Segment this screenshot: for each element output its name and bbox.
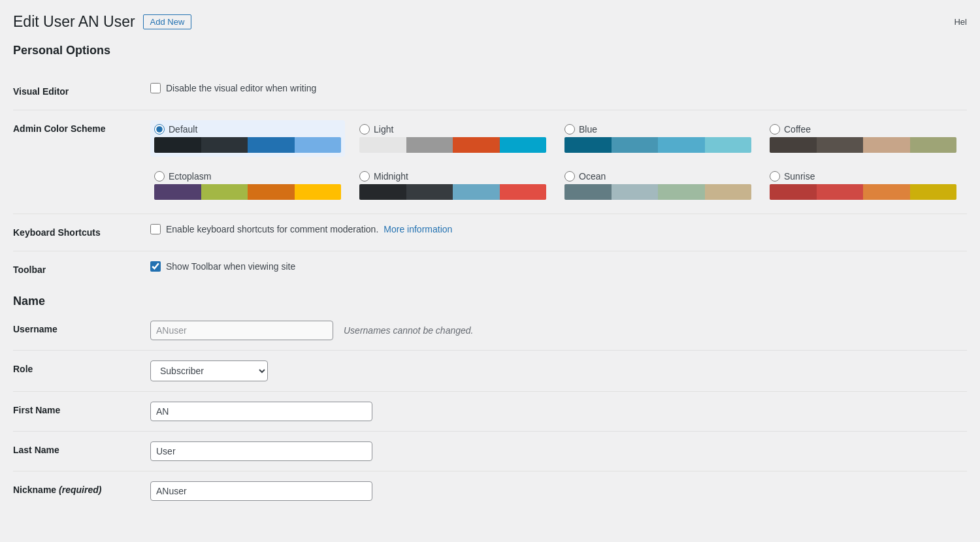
color-scheme-default[interactable]: Default	[150, 120, 345, 157]
scheme-colors-default	[154, 137, 341, 153]
nickname-label: Nickname (required)	[13, 471, 144, 511]
toolbar-checkbox-text: Show Toolbar when viewing site	[166, 261, 295, 272]
color-scheme-name-ectoplasm: Ectoplasm	[169, 171, 211, 182]
color-scheme-radio-ectoplasm[interactable]	[154, 171, 165, 182]
scheme-color-swatch	[612, 137, 659, 153]
username-field: Usernames cannot be changed.	[150, 321, 960, 340]
keyboard-shortcuts-content: Enable keyboard shortcuts for comment mo…	[150, 224, 960, 234]
toolbar-label: Toolbar	[13, 251, 144, 289]
personal-options-table: Visual Editor Disable the visual editor …	[13, 73, 967, 288]
scheme-color-swatch	[295, 184, 342, 200]
scheme-color-swatch	[248, 137, 295, 153]
scheme-color-swatch	[500, 184, 547, 200]
help-button[interactable]: Hel	[954, 17, 967, 27]
last-name-input[interactable]	[150, 441, 372, 461]
scheme-color-swatch	[359, 137, 406, 153]
color-scheme-name-midnight: Midnight	[374, 171, 408, 182]
scheme-color-swatch	[863, 137, 910, 153]
role-select[interactable]: SubscriberContributorAuthorEditorAdminis…	[150, 360, 268, 381]
nickname-label-text: Nickname	[13, 485, 56, 495]
nickname-input[interactable]	[150, 481, 372, 501]
color-scheme-ocean[interactable]: Ocean	[561, 167, 755, 204]
scheme-color-swatch	[658, 137, 705, 153]
visual-editor-label: Visual Editor	[13, 73, 144, 110]
color-scheme-sunrise[interactable]: Sunrise	[766, 167, 960, 204]
keyboard-shortcuts-more-info[interactable]: More information	[384, 224, 452, 234]
scheme-color-swatch	[770, 184, 817, 200]
scheme-color-swatch	[910, 184, 957, 200]
last-name-row: Last Name	[13, 432, 967, 471]
scheme-colors-ocean	[564, 184, 751, 200]
color-scheme-radio-ocean[interactable]	[564, 171, 575, 182]
name-table: Username Usernames cannot be changed. Ro…	[13, 311, 967, 511]
last-name-label: Last Name	[13, 432, 144, 471]
color-scheme-name-sunrise: Sunrise	[784, 171, 815, 182]
scheme-color-swatch	[564, 137, 612, 153]
color-scheme-name-coffee: Coffee	[784, 124, 811, 135]
scheme-color-swatch	[564, 184, 612, 200]
first-name-row: First Name	[13, 392, 967, 432]
scheme-color-swatch	[406, 137, 453, 153]
scheme-colors-coffee	[770, 137, 956, 153]
scheme-color-swatch	[453, 137, 500, 153]
scheme-color-swatch	[705, 184, 752, 200]
toolbar-checkbox[interactable]	[150, 261, 161, 272]
color-scheme-coffee[interactable]: Coffee	[766, 120, 960, 157]
scheme-color-swatch	[770, 137, 817, 153]
visual-editor-checkbox-text: Disable the visual editor when writing	[166, 83, 316, 93]
first-name-input[interactable]	[150, 402, 372, 421]
scheme-color-swatch	[910, 137, 957, 153]
keyboard-shortcuts-checkbox-label[interactable]: Enable keyboard shortcuts for comment mo…	[150, 224, 378, 234]
color-scheme-radio-light[interactable]	[359, 124, 370, 135]
scheme-color-swatch	[359, 184, 406, 200]
color-scheme-name-ocean: Ocean	[579, 171, 606, 182]
toolbar-row: Toolbar Show Toolbar when viewing site	[13, 251, 967, 289]
scheme-color-swatch	[406, 184, 453, 200]
scheme-colors-blue	[564, 137, 751, 153]
color-scheme-light[interactable]: Light	[355, 120, 550, 157]
username-note: Usernames cannot be changed.	[344, 325, 473, 336]
keyboard-shortcuts-text: Enable keyboard shortcuts for comment mo…	[166, 224, 378, 234]
color-scheme-name-light: Light	[374, 124, 393, 135]
visual-editor-row: Visual Editor Disable the visual editor …	[13, 73, 967, 110]
toolbar-checkbox-label[interactable]: Show Toolbar when viewing site	[150, 261, 960, 272]
keyboard-shortcuts-row: Keyboard Shortcuts Enable keyboard short…	[13, 214, 967, 251]
scheme-color-swatch	[705, 137, 752, 153]
role-label: Role	[13, 351, 144, 392]
scheme-color-swatch	[154, 184, 201, 200]
nickname-row: Nickname (required)	[13, 471, 967, 511]
color-scheme-ectoplasm[interactable]: Ectoplasm	[150, 167, 345, 204]
color-scheme-radio-coffee[interactable]	[770, 124, 780, 135]
scheme-color-swatch	[201, 184, 248, 200]
add-new-button[interactable]: Add New	[143, 14, 192, 29]
scheme-color-swatch	[817, 184, 864, 200]
color-scheme-radio-blue[interactable]	[564, 124, 575, 135]
scheme-color-swatch	[201, 137, 248, 153]
scheme-color-swatch	[817, 137, 864, 153]
color-scheme-radio-default[interactable]	[154, 124, 165, 135]
color-scheme-radio-midnight[interactable]	[359, 171, 370, 182]
scheme-color-swatch	[863, 184, 910, 200]
scheme-color-swatch	[453, 184, 500, 200]
name-section-title: Name	[13, 295, 967, 311]
color-scheme-row: Admin Color Scheme DefaultLightBlueCoffe…	[13, 110, 967, 214]
scheme-color-swatch	[248, 184, 295, 200]
first-name-label: First Name	[13, 392, 144, 432]
scheme-color-swatch	[500, 137, 547, 153]
color-scheme-blue[interactable]: Blue	[561, 120, 755, 157]
page-title: Edit User AN User	[13, 13, 135, 31]
keyboard-shortcuts-label: Keyboard Shortcuts	[13, 214, 144, 251]
color-scheme-radio-sunrise[interactable]	[770, 171, 780, 182]
color-scheme-name-blue: Blue	[579, 124, 597, 135]
color-scheme-midnight[interactable]: Midnight	[355, 167, 550, 204]
page-header: Edit User AN User Add New Hel	[13, 13, 967, 31]
username-label: Username	[13, 311, 144, 351]
visual-editor-checkbox[interactable]	[150, 83, 161, 93]
scheme-color-swatch	[295, 137, 342, 153]
scheme-colors-sunrise	[770, 184, 956, 200]
keyboard-shortcuts-checkbox[interactable]	[150, 224, 161, 234]
scheme-color-swatch	[154, 137, 201, 153]
scheme-colors-ectoplasm	[154, 184, 341, 200]
visual-editor-checkbox-label[interactable]: Disable the visual editor when writing	[150, 83, 960, 93]
personal-options-title: Personal Options	[13, 44, 967, 63]
